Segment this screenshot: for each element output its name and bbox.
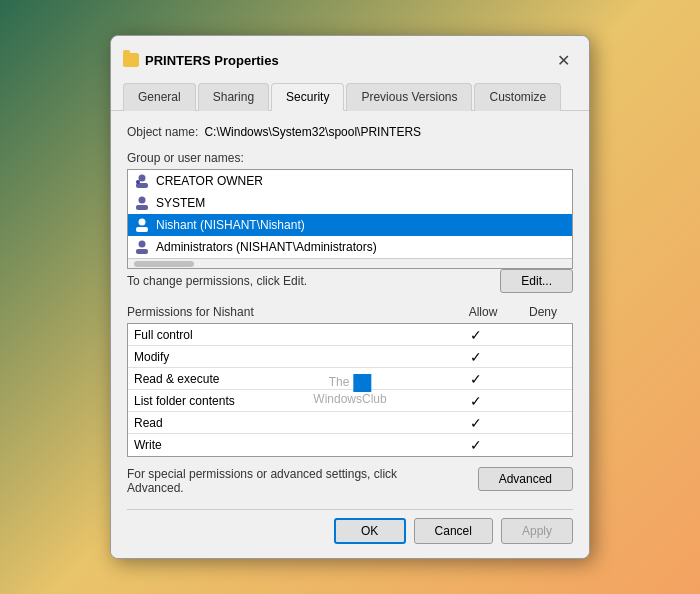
list-item-system[interactable]: SYSTEM — [128, 192, 572, 214]
list-item-nishant[interactable]: Nishant (NISHANT\Nishant) — [128, 214, 572, 236]
perm-allow-write: ✓ — [446, 437, 506, 453]
svg-point-3 — [139, 197, 146, 204]
user-icon-admins — [134, 239, 150, 255]
perm-name-modify: Modify — [134, 350, 446, 364]
permissions-label: Permissions for Nishant — [127, 305, 453, 319]
cancel-button[interactable]: Cancel — [414, 518, 493, 544]
perm-row-full-control: Full control ✓ — [128, 324, 572, 346]
group-users-label: Group or user names: — [127, 151, 573, 165]
tab-general[interactable]: General — [123, 83, 196, 111]
list-item-system-text: SYSTEM — [156, 196, 205, 210]
perm-name-write: Write — [134, 438, 446, 452]
user-icon-creator — [134, 173, 150, 189]
horizontal-scrollbar[interactable] — [128, 258, 572, 268]
perm-row-write: Write ✓ — [128, 434, 572, 456]
properties-dialog: PRINTERS Properties ✕ General Sharing Se… — [110, 35, 590, 559]
perm-allow-modify: ✓ — [446, 349, 506, 365]
special-permissions-text: For special permissions or advanced sett… — [127, 467, 427, 495]
svg-point-5 — [139, 219, 146, 226]
allow-column-header: Allow — [453, 305, 513, 319]
permissions-header: Permissions for Nishant Allow Deny — [127, 305, 573, 319]
change-permissions-row: To change permissions, click Edit. Edit.… — [127, 269, 573, 293]
close-button[interactable]: ✕ — [549, 46, 577, 74]
users-list[interactable]: CREATOR OWNER SYSTEM Nishant (NISHANT\Ni… — [127, 169, 573, 269]
ok-button[interactable]: OK — [334, 518, 406, 544]
perm-name-read-execute: Read & execute — [134, 372, 446, 386]
special-permissions-row: For special permissions or advanced sett… — [127, 467, 573, 495]
user-icon-system — [134, 195, 150, 211]
title-bar: PRINTERS Properties ✕ — [111, 36, 589, 74]
tab-bar: General Sharing Security Previous Versio… — [111, 74, 589, 111]
window-title: PRINTERS Properties — [145, 53, 279, 68]
tab-security[interactable]: Security — [271, 83, 344, 111]
perm-allow-read: ✓ — [446, 415, 506, 431]
perm-allow-read-execute: ✓ — [446, 371, 506, 387]
perm-row-read: Read ✓ — [128, 412, 572, 434]
perm-name-full-control: Full control — [134, 328, 446, 342]
svg-rect-6 — [136, 227, 148, 232]
perm-row-modify: Modify ✓ — [128, 346, 572, 368]
deny-column-header: Deny — [513, 305, 573, 319]
svg-point-0 — [139, 175, 146, 182]
folder-icon — [123, 53, 139, 67]
edit-button[interactable]: Edit... — [500, 269, 573, 293]
footer-buttons: OK Cancel Apply — [127, 509, 573, 544]
perm-row-list-folder: List folder contents ✓ — [128, 390, 572, 412]
list-item-admins-text: Administrators (NISHANT\Administrators) — [156, 240, 377, 254]
permissions-box: The WindowsClub Full control ✓ Modify ✓ … — [127, 323, 573, 457]
object-name-row: Object name: C:\Windows\System32\spool\P… — [127, 125, 573, 139]
apply-button[interactable]: Apply — [501, 518, 573, 544]
tab-customize[interactable]: Customize — [474, 83, 561, 111]
svg-point-2 — [136, 180, 140, 184]
list-item-creator-owner[interactable]: CREATOR OWNER — [128, 170, 572, 192]
tab-sharing[interactable]: Sharing — [198, 83, 269, 111]
change-permissions-text: To change permissions, click Edit. — [127, 274, 307, 288]
svg-point-7 — [139, 241, 146, 248]
tab-previous-versions[interactable]: Previous Versions — [346, 83, 472, 111]
user-icon-nishant — [134, 217, 150, 233]
list-item-nishant-text: Nishant (NISHANT\Nishant) — [156, 218, 305, 232]
title-bar-left: PRINTERS Properties — [123, 53, 279, 68]
perm-row-read-execute: Read & execute ✓ — [128, 368, 572, 390]
svg-rect-8 — [136, 249, 148, 254]
perm-allow-list-folder: ✓ — [446, 393, 506, 409]
perm-name-read: Read — [134, 416, 446, 430]
perm-allow-full-control: ✓ — [446, 327, 506, 343]
advanced-button[interactable]: Advanced — [478, 467, 573, 491]
object-name-label: Object name: — [127, 125, 198, 139]
scroll-thumb — [134, 261, 194, 267]
svg-rect-4 — [136, 205, 148, 210]
list-item-administrators[interactable]: Administrators (NISHANT\Administrators) — [128, 236, 572, 258]
object-name-value: C:\Windows\System32\spool\PRINTERS — [204, 125, 421, 139]
users-list-container: CREATOR OWNER SYSTEM Nishant (NISHANT\Ni… — [127, 169, 573, 269]
list-item-creator-owner-text: CREATOR OWNER — [156, 174, 263, 188]
tab-content: Object name: C:\Windows\System32\spool\P… — [111, 111, 589, 558]
perm-name-list-folder: List folder contents — [134, 394, 446, 408]
